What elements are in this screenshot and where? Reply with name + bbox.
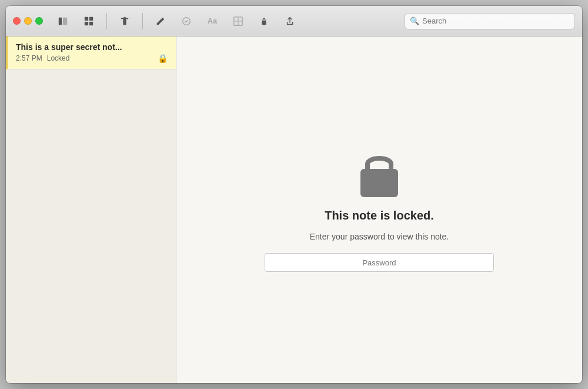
- note-lock-icon: 🔒: [158, 54, 168, 63]
- svg-rect-14: [360, 169, 398, 197]
- svg-rect-8: [123, 16, 126, 18]
- format-label: Aa: [208, 16, 218, 25]
- svg-rect-2: [85, 16, 88, 20]
- share-icon: [285, 16, 295, 26]
- password-input[interactable]: [265, 253, 494, 272]
- app-window: Aa 🔍: [6, 6, 582, 383]
- svg-rect-5: [89, 21, 93, 25]
- note-time: 2:57 PM: [16, 54, 42, 62]
- gallery-view-button[interactable]: [78, 12, 99, 31]
- lock-note-button[interactable]: [253, 12, 275, 31]
- compose-icon: [155, 16, 166, 26]
- divider-1: [106, 13, 107, 29]
- maximize-button[interactable]: [35, 17, 43, 25]
- svg-rect-7: [121, 18, 129, 19]
- password-input-wrap: [265, 253, 494, 272]
- locked-subtitle: Enter your password to view this note.: [310, 232, 449, 241]
- svg-rect-4: [85, 21, 88, 25]
- search-bar: 🔍: [405, 13, 575, 29]
- lock-toolbar-icon: [259, 16, 269, 26]
- checklist-icon: [181, 16, 192, 26]
- lock-icon: [356, 148, 403, 200]
- traffic-lights: [13, 17, 43, 25]
- table-icon: [233, 16, 243, 26]
- sidebar-icon: [58, 16, 68, 26]
- minimize-button[interactable]: [24, 17, 32, 25]
- format-button[interactable]: Aa: [202, 12, 223, 31]
- svg-rect-1: [63, 17, 67, 25]
- share-button[interactable]: [279, 12, 300, 31]
- toggle-sidebar-button[interactable]: [52, 12, 74, 31]
- titlebar: Aa 🔍: [6, 6, 582, 36]
- table-button[interactable]: [228, 12, 249, 31]
- lock-graphic: This note is locked. Enter your password…: [265, 148, 494, 272]
- search-input[interactable]: [422, 16, 570, 25]
- delete-button[interactable]: [114, 12, 135, 31]
- main-panel: This note is locked. Enter your password…: [176, 36, 582, 383]
- gallery-icon: [83, 16, 94, 26]
- note-meta: 2:57 PM Locked 🔒: [16, 54, 168, 63]
- checklist-button[interactable]: [176, 12, 197, 31]
- divider-2: [142, 13, 143, 29]
- svg-rect-6: [123, 18, 126, 25]
- svg-rect-3: [89, 16, 93, 20]
- svg-rect-0: [59, 17, 62, 25]
- sidebar: This is a super secret not... 2:57 PM Lo…: [6, 36, 176, 383]
- compose-button[interactable]: [150, 12, 171, 31]
- svg-rect-13: [262, 21, 266, 25]
- trash-icon: [119, 16, 130, 26]
- content-area: This is a super secret not... 2:57 PM Lo…: [6, 36, 582, 383]
- note-status: Locked: [47, 54, 70, 62]
- search-icon: 🔍: [410, 16, 419, 25]
- locked-title: This note is locked.: [325, 209, 434, 222]
- close-button[interactable]: [13, 17, 21, 25]
- note-title: This is a super secret not...: [16, 42, 168, 52]
- note-list-item[interactable]: This is a super secret not... 2:57 PM Lo…: [6, 36, 176, 69]
